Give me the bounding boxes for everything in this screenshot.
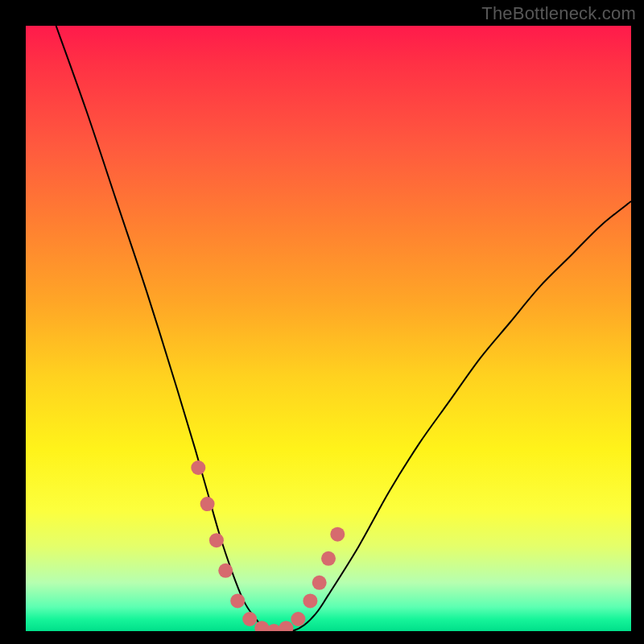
curve-marker [303, 593, 317, 608]
curve-marker [242, 612, 257, 626]
curve-marker [279, 621, 293, 631]
chart-container: TheBottleneck.com [0, 0, 644, 644]
plot-area [26, 26, 631, 631]
curve-marker [218, 564, 233, 578]
attribution-text: TheBottleneck.com [481, 3, 636, 24]
curve-marker [291, 612, 305, 626]
curve-marker [191, 460, 205, 475]
curve-marker [321, 551, 336, 566]
curve-layer [26, 26, 631, 631]
curve-marker [200, 497, 215, 511]
curve-marker [312, 576, 327, 590]
curve-marker [230, 593, 245, 608]
bottleneck-curve [56, 26, 631, 631]
curve-marker [209, 533, 224, 547]
curve-marker [330, 527, 345, 542]
